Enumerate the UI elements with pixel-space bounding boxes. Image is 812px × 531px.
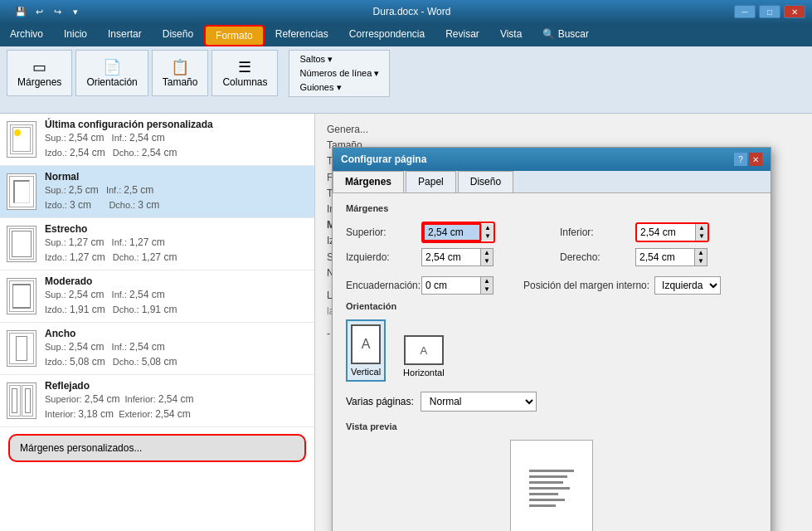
izquierdo-spin-down[interactable]: ▼ <box>481 257 493 266</box>
saltos-button[interactable]: Saltos ▾ <box>294 52 338 66</box>
columnas-button[interactable]: ☰ Columnas <box>217 56 272 90</box>
custom-margins-button[interactable]: Márgenes personalizados... <box>8 434 306 462</box>
dialog-title-text: Configurar página <box>341 153 426 165</box>
inferior-input[interactable] <box>637 225 695 240</box>
varias-paginas-select[interactable]: Normal Dos páginas Páginas de libro <box>421 392 537 412</box>
preset-normal-name: Normal <box>45 171 308 183</box>
inferior-spin-up[interactable]: ▲ <box>696 224 707 232</box>
preset-ancho-name: Ancho <box>45 328 308 339</box>
ribbon-tab-bar: Archivo Inicio Insertar Diseño Formato R… <box>0 23 812 46</box>
preset-ultima-info: Última configuración personalizada Sup.:… <box>45 119 308 160</box>
preset-moderado[interactable]: Moderado Sup.: 2,54 cm Inf.: 2,54 cm Izd… <box>0 270 314 323</box>
tamanio-label: Tamaño <box>163 76 198 88</box>
dialog-tab-papel[interactable]: Papel <box>406 171 456 192</box>
columnas-label: Columnas <box>222 76 267 88</box>
window-controls: ─ □ ✕ <box>734 5 805 18</box>
redo-icon[interactable]: ↪ <box>50 4 65 19</box>
preset-moderado-details: Sup.: 2,54 cm Inf.: 2,54 cm Izdo.: 1,91 … <box>45 287 308 317</box>
tab-formato[interactable]: Formato <box>204 25 265 46</box>
main-area: Última configuración personalizada Sup.:… <box>0 114 812 531</box>
preset-reflejado-details: Superior: 2,54 cm Inferior: 2,54 cm Inte… <box>45 392 308 421</box>
derecho-row: Derecho: ▲ ▼ <box>560 248 757 266</box>
preset-estrecho[interactable]: Estrecho Sup.: 1,27 cm Inf.: 1,27 cm Izd… <box>0 218 314 270</box>
superior-spin-down[interactable]: ▼ <box>482 232 494 241</box>
numeros-linea-button[interactable]: Números de línea ▾ <box>294 66 384 80</box>
margenes-button[interactable]: ▭ Márgenes <box>12 56 66 90</box>
tab-correspondencia[interactable]: Correspondencia <box>339 25 435 46</box>
preset-moderado-name: Moderado <box>45 275 308 287</box>
tab-buscar[interactable]: 🔍 Buscar <box>532 25 599 46</box>
preset-normal-icon <box>7 173 36 210</box>
inferior-row: Inferior: ▲ ▼ <box>560 222 757 243</box>
preset-ultima[interactable]: Última configuración personalizada Sup.:… <box>0 114 314 166</box>
inferior-label: Inferior: <box>560 227 630 238</box>
configurar-pagina-dialog: Configurar página ? ✕ Márgenes Papel Dis… <box>332 147 771 531</box>
tab-referencias[interactable]: Referencias <box>265 25 338 46</box>
tab-insertar[interactable]: Insertar <box>98 25 152 46</box>
preset-ancho-details: Sup.: 2,54 cm Inf.: 2,54 cm Izdo.: 5,08 … <box>45 339 308 369</box>
margenes-label: Márgenes <box>17 76 61 88</box>
izquierdo-spin-up[interactable]: ▲ <box>481 249 493 257</box>
preset-ultima-name: Última configuración personalizada <box>45 119 308 130</box>
margenes-icon: ▭ <box>17 58 61 76</box>
izquierdo-spin: ▲ ▼ <box>480 249 493 266</box>
tab-vista[interactable]: Vista <box>490 25 532 46</box>
guiones-button[interactable]: Guiones ▾ <box>294 80 346 95</box>
group-saltos: Saltos ▾ Números de línea ▾ Guiones ▾ <box>289 50 390 97</box>
preview-title: Vista previa <box>346 421 757 433</box>
ribbon: Archivo Inicio Insertar Diseño Formato R… <box>0 23 812 114</box>
superior-input[interactable] <box>423 223 481 241</box>
orientacion-section-title: Orientación <box>346 301 757 313</box>
vertical-label: Vertical <box>351 367 381 377</box>
izquierdo-row: Izquierdo: ▲ ▼ <box>346 248 543 266</box>
horizontal-button[interactable]: A Horizontal <box>399 331 449 382</box>
preset-reflejado[interactable]: Reflejado Superior: 2,54 cm Inferior: 2,… <box>0 375 314 427</box>
margenes-form: Superior: ▲ ▼ Inferior: <box>346 222 757 266</box>
close-button[interactable]: ✕ <box>784 5 805 18</box>
preview-section: Vista previa <box>346 421 757 531</box>
dialog-title-buttons: ? ✕ <box>734 153 762 166</box>
encuadernacion-input[interactable] <box>422 278 480 293</box>
margenes-section-title: Márgenes <box>346 203 757 215</box>
tab-inicio[interactable]: Inicio <box>54 25 97 46</box>
orientacion-section: Orientación A Vertical A Horizontal <box>346 301 757 382</box>
orientacion-button[interactable]: 📄 Orientación <box>81 56 142 90</box>
dialog-tab-margenes[interactable]: Márgenes <box>333 171 404 192</box>
margins-dropdown: Última configuración personalizada Sup.:… <box>0 114 315 531</box>
posicion-select[interactable]: Izquierda Arriba <box>654 276 721 295</box>
encuadernacion-spin-down[interactable]: ▼ <box>481 285 493 294</box>
preset-estrecho-name: Estrecho <box>45 223 308 235</box>
dialog-tab-disenio[interactable]: Diseño <box>458 171 513 192</box>
group-margenes: ▭ Márgenes <box>7 50 72 96</box>
vertical-button[interactable]: A Vertical <box>346 319 386 382</box>
preset-normal[interactable]: Normal Sup.: 2,5 cm Inf.: 2,5 cm Izdo.: … <box>0 166 314 218</box>
inferior-input-wrap: ▲ ▼ <box>635 222 709 242</box>
superior-spin-up[interactable]: ▲ <box>482 224 494 232</box>
derecho-input-wrap: ▲ ▼ <box>635 248 707 266</box>
derecho-input[interactable] <box>636 250 694 265</box>
tab-disenio[interactable]: Diseño <box>153 25 203 46</box>
tab-revisar[interactable]: Revisar <box>435 25 489 46</box>
derecho-spin-down[interactable]: ▼ <box>695 257 707 266</box>
undo-icon[interactable]: ↩ <box>32 4 46 19</box>
izquierdo-input[interactable] <box>422 250 480 265</box>
save-icon[interactable]: 💾 <box>13 4 28 19</box>
maximize-button[interactable]: □ <box>759 5 780 18</box>
inferior-spin-down[interactable]: ▼ <box>696 232 707 241</box>
customize-icon[interactable]: ▾ <box>68 4 83 19</box>
tamanio-button[interactable]: 📋 Tamaño <box>158 56 203 90</box>
tab-archivo[interactable]: Archivo <box>0 25 53 46</box>
inferior-spin: ▲ ▼ <box>695 224 707 241</box>
derecho-spin-up[interactable]: ▲ <box>695 249 707 257</box>
preset-ultima-details: Sup.: 2,54 cm Inf.: 2,54 cm Izdo.: 2,54 … <box>45 130 308 160</box>
preset-ancho[interactable]: Ancho Sup.: 2,54 cm Inf.: 2,54 cm Izdo.:… <box>0 323 314 375</box>
horizontal-label: Horizontal <box>403 368 445 378</box>
dialog-close-button[interactable]: ✕ <box>749 153 762 166</box>
group-tamanio: 📋 Tamaño <box>152 50 209 96</box>
minimize-button[interactable]: ─ <box>734 5 756 18</box>
encuadernacion-label: Encuadernación: <box>346 280 416 291</box>
ribbon-content: ▭ Márgenes 📄 Orientación 📋 Tamaño <box>0 46 812 113</box>
encuadernacion-row: Encuadernación: ▲ ▼ Posición del margen … <box>346 276 757 295</box>
encuadernacion-spin-up[interactable]: ▲ <box>481 277 493 285</box>
dialog-help-button[interactable]: ? <box>734 153 747 166</box>
